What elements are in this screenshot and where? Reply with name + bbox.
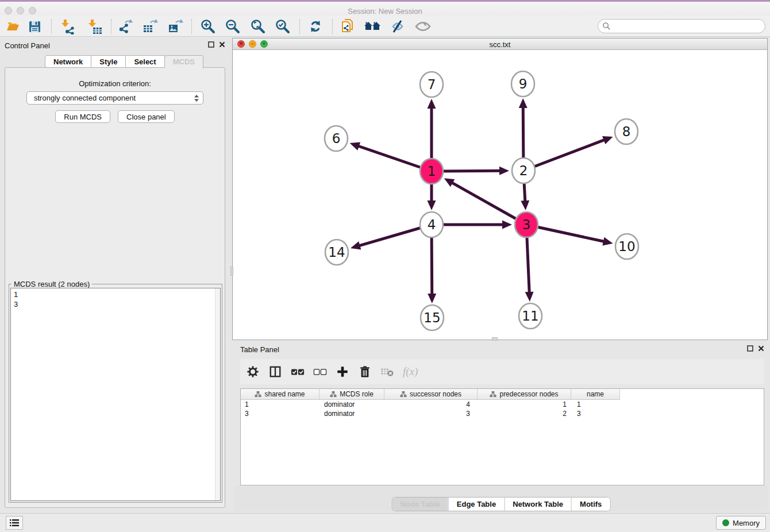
zoom-selected-icon[interactable] [274, 18, 291, 34]
graph-node-7[interactable]: 7 [420, 72, 443, 97]
tab-node-table[interactable]: Node Table [392, 498, 448, 511]
cell-shared-name[interactable]: 1 [241, 400, 319, 409]
node-label: 15 [424, 310, 440, 325]
edge-arrowhead [521, 201, 529, 210]
memory-button[interactable]: Memory [716, 516, 766, 530]
select-all-icon[interactable] [290, 364, 306, 380]
tab-style[interactable]: Style [91, 55, 126, 68]
graph-node-9[interactable]: 9 [511, 71, 534, 97]
close-table-panel-icon[interactable] [758, 345, 764, 352]
edge-arrowhead [351, 241, 361, 249]
cell-successor-nodes[interactable]: 4 [384, 400, 478, 409]
graph-node-10[interactable]: 10 [615, 234, 638, 259]
graph-edge-2-8[interactable] [523, 140, 605, 171]
column-header-successor-nodes[interactable]: successor nodes [384, 389, 478, 400]
deselect-all-icon[interactable] [312, 364, 328, 380]
cell-mcds-role[interactable]: dominator [319, 409, 384, 418]
import-network-icon[interactable] [59, 18, 76, 34]
graph-node-3[interactable]: 3 [515, 212, 538, 237]
tab-network-table[interactable]: Network Table [504, 498, 571, 511]
cell-successor-nodes[interactable]: 3 [384, 409, 478, 418]
splitter-handle-horizontal[interactable] [492, 337, 498, 341]
toolbar-separator [299, 19, 300, 34]
refresh-icon[interactable] [307, 18, 324, 34]
column-header-predecessor-nodes[interactable]: predecessor nodes [478, 389, 571, 400]
selected-criterion: strongly connected component [34, 94, 194, 102]
close-panel-button[interactable]: Close panel [118, 110, 175, 123]
column-header-shared-name[interactable]: shared name [241, 389, 319, 400]
show-graphics-eye-icon[interactable] [414, 18, 432, 34]
mcds-panel: Optimization criterion: strongly connect… [5, 67, 225, 508]
graph-node-14[interactable]: 14 [325, 240, 348, 265]
table-row[interactable]: 3 dominator 3 2 3 [241, 409, 764, 418]
tab-mcds[interactable]: MCDS [165, 55, 203, 68]
mcds-result-title: MCDS result (2 nodes) [11, 280, 92, 288]
graph-edge-3-1[interactable] [452, 183, 526, 225]
optimization-criterion-select[interactable]: strongly connected component [26, 91, 203, 105]
open-session-icon[interactable] [4, 18, 21, 34]
show-columns-icon[interactable] [267, 364, 283, 380]
graph-node-4[interactable]: 4 [420, 212, 443, 237]
control-panel-title: Control Panel [5, 41, 50, 50]
graph-node-11[interactable]: 11 [519, 303, 542, 329]
node-label: 8 [622, 124, 631, 139]
cell-shared-name[interactable]: 3 [241, 409, 319, 418]
cell-name[interactable]: 1 [571, 400, 620, 409]
tab-edge-table[interactable]: Edge Table [448, 498, 504, 511]
homes-icon[interactable] [364, 18, 381, 34]
hide-graphics-icon[interactable] [389, 18, 406, 34]
duplicate-network-icon[interactable] [339, 18, 356, 34]
column-header-name[interactable]: name [571, 389, 620, 400]
graph-node-8[interactable]: 8 [615, 119, 638, 144]
table-header-row: shared name MCDS role successor nodes pr… [241, 389, 764, 400]
tab-motifs[interactable]: Motifs [571, 498, 610, 511]
title-bar: Session: New Session [0, 2, 770, 16]
import-table-icon[interactable] [86, 18, 103, 34]
control-panel-tabs: Network Style Select MCDS [45, 55, 203, 68]
edge-arrowhead [502, 221, 512, 229]
network-window-titlebar[interactable]: ✕ − + scc.txt [233, 38, 767, 50]
splitter-handle-vertical[interactable] [230, 267, 233, 276]
table-row[interactable]: 1 dominator 4 1 1 [241, 400, 764, 409]
search-input[interactable] [611, 21, 765, 32]
graph-node-6[interactable]: 6 [325, 126, 348, 151]
zoom-out-icon[interactable] [224, 18, 241, 34]
result-scrollbar[interactable] [215, 288, 220, 500]
network-graph[interactable]: 1234678910111415 [233, 50, 767, 340]
column-tree-icon [330, 391, 337, 398]
window-title: Session: New Session [0, 7, 770, 16]
zoom-fit-icon[interactable] [249, 18, 267, 34]
save-session-icon[interactable] [26, 18, 43, 34]
tab-network[interactable]: Network [45, 55, 91, 68]
delete-column-trash-icon[interactable] [357, 364, 373, 380]
graph-node-15[interactable]: 15 [421, 305, 444, 330]
graph-node-2[interactable]: 2 [512, 158, 535, 183]
close-panel-icon[interactable] [219, 41, 225, 48]
float-panel-icon[interactable] [208, 41, 214, 48]
status-bar: Memory [0, 513, 770, 532]
export-network-icon[interactable] [117, 18, 134, 34]
cell-mcds-role[interactable]: dominator [319, 400, 384, 409]
toolbar-separator [191, 19, 192, 34]
zoom-in-icon[interactable] [199, 18, 217, 34]
run-mcds-button[interactable]: Run MCDS [55, 110, 110, 123]
table-settings-gear-icon[interactable] [245, 364, 261, 380]
task-history-button[interactable] [6, 516, 23, 530]
add-column-icon[interactable] [334, 364, 351, 380]
export-table-icon[interactable] [141, 18, 159, 34]
cell-predecessor-nodes[interactable]: 1 [478, 400, 571, 409]
cell-name[interactable]: 3 [571, 409, 620, 418]
search-box[interactable] [598, 19, 765, 33]
mcds-result-text[interactable]: 1 3 [10, 288, 221, 501]
node-label: 1 [428, 164, 436, 179]
graph-node-1[interactable]: 1 [420, 159, 443, 184]
float-table-panel-icon[interactable] [747, 345, 753, 352]
edge-arrowhead [519, 98, 528, 108]
tab-select[interactable]: Select [126, 55, 164, 68]
node-label: 2 [519, 163, 528, 178]
export-image-icon[interactable] [167, 18, 184, 34]
column-header-mcds-role[interactable]: MCDS role [319, 389, 384, 400]
cell-predecessor-nodes[interactable]: 2 [478, 409, 571, 418]
toolbar-separator [51, 19, 52, 34]
node-label: 9 [519, 76, 528, 91]
